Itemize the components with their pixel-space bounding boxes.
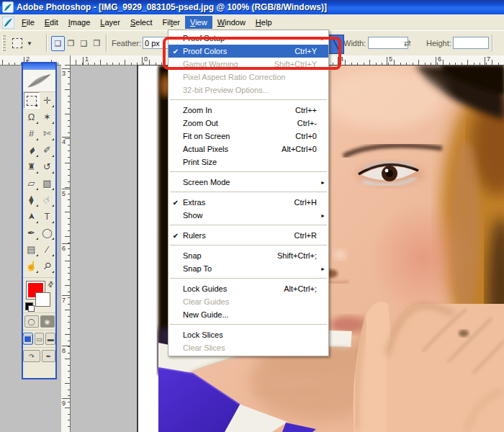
menu-item-zoom-out[interactable]: Zoom OutCtrl+- (168, 117, 328, 130)
ruler-tick (62, 137, 70, 138)
clone-stamp-tool[interactable]: ♜ (24, 158, 40, 175)
move-tool[interactable]: ✛ (40, 92, 55, 109)
standard-mode-button[interactable]: ◯ (24, 315, 39, 328)
menu-item-label: Clear Slices (183, 343, 328, 352)
menu-file[interactable]: File (17, 16, 40, 29)
pen-icon: ✒ (27, 228, 35, 238)
width-input[interactable] (368, 37, 408, 49)
menu-item-label: Zoom Out (183, 119, 297, 127)
ruler-tick (65, 285, 70, 286)
crop-tool[interactable]: # (24, 125, 40, 142)
slice-icon: ✄ (43, 128, 51, 139)
menu-item-rulers[interactable]: ✔RulersCtrl+R (168, 229, 328, 242)
menu-item-fit-on-screen[interactable]: Fit on ScreenCtrl+0 (168, 130, 328, 143)
ellipse-shape-tool[interactable]: ◯ (40, 225, 55, 241)
blur-tool[interactable]: ⧫ (24, 192, 40, 208)
add-to-selection-button[interactable]: ❐ (64, 36, 78, 51)
background-color-swatch[interactable] (35, 292, 50, 307)
intersect-selection-button[interactable]: ❒ (90, 36, 104, 51)
menu-item-label: Pixel Aspect Ratio Correction (183, 73, 328, 81)
menu-item-snap[interactable]: SnapShift+Ctrl+; (168, 249, 328, 262)
type-icon: T (45, 211, 50, 222)
magic-wand-tool[interactable]: ✶ (40, 109, 55, 125)
new-selection-button[interactable]: ❏ (51, 36, 65, 51)
menu-item-lock-slices[interactable]: Lock Slices (168, 328, 328, 341)
toolbox-title-bar[interactable] (23, 63, 55, 70)
lasso-tool[interactable]: Ω (24, 109, 40, 125)
default-colors-icon[interactable] (25, 302, 33, 310)
menu-item-new-guide-[interactable]: New Guide... (168, 308, 328, 321)
height-label: Height: (426, 39, 451, 48)
ruler-tick (65, 334, 70, 335)
ruler-tick (112, 63, 113, 65)
menu-shortcut: Alt+Ctrl+; (284, 284, 328, 293)
vertical-ruler[interactable]: 3456789 (61, 55, 71, 432)
ruler-tick (68, 230, 70, 231)
menu-item-clear-slices[interactable]: Clear Slices (168, 341, 328, 354)
smudge-tool[interactable]: ☞ (40, 192, 55, 208)
menu-item-label: Print Size (183, 158, 328, 166)
standard-screen-button[interactable] (23, 333, 33, 345)
fullscreen-button[interactable]: ▬ (45, 333, 55, 345)
ruler-tick (68, 267, 70, 268)
slice-tool[interactable]: ✄ (40, 125, 55, 142)
menu-items: FileEditImageLayerSelectFilterViewWindow… (17, 16, 277, 29)
fullscreen-menubar-button[interactable]: ▭ (35, 333, 45, 345)
swap-colors-icon[interactable]: ⇄ (45, 279, 55, 289)
rectangular-marquee-tool[interactable] (24, 92, 40, 109)
annotation-highlight-box (163, 37, 341, 70)
menu-item-snap-to[interactable]: Snap To► (168, 262, 328, 275)
options-bar-grip[interactable] (2, 35, 6, 51)
menu-image[interactable]: Image (63, 16, 96, 29)
menu-item-label: Snap (183, 251, 277, 260)
notes-tool[interactable]: ▤ (24, 241, 40, 258)
type-tool[interactable]: T (40, 208, 55, 225)
menu-item-pixel-aspect-ratio-correction[interactable]: Pixel Aspect Ratio Correction (168, 71, 328, 84)
ruler-tick (58, 63, 58, 65)
menu-item-extras[interactable]: ✔ExtrasCtrl+H (168, 196, 328, 209)
menu-help[interactable]: Help (251, 16, 277, 29)
quick-mask-button[interactable]: ◉ (40, 315, 55, 328)
zoom-tool[interactable]: ⚲ (40, 258, 55, 274)
menu-item-screen-mode[interactable]: Screen Mode► (168, 176, 328, 189)
menu-select[interactable]: Select (125, 16, 158, 29)
menu-edit[interactable]: Edit (40, 16, 63, 29)
ruler-tick (65, 187, 70, 188)
menu-window[interactable]: Window (212, 16, 251, 29)
swap-dimensions-icon[interactable]: ⇄ (404, 38, 411, 48)
subtract-selection-button[interactable]: ❑ (77, 36, 91, 51)
imageready-feather-icon[interactable]: ✒ (42, 350, 55, 362)
menu-item-lock-guides[interactable]: Lock GuidesAlt+Ctrl+; (168, 282, 328, 295)
path-selection-tool[interactable]: ➤ (24, 208, 40, 225)
menu-separator (170, 225, 327, 225)
menu-item-32-bit-preview-options-[interactable]: 32-bit Preview Options... (168, 84, 328, 96)
menu-item-label: Fit on Screen (183, 132, 295, 140)
menu-filter[interactable]: Filter (158, 16, 186, 29)
gradient-tool[interactable]: ▧ (40, 175, 55, 192)
height-input[interactable] (453, 37, 489, 49)
menu-item-show[interactable]: Show► (168, 209, 328, 222)
marquee-icon (27, 96, 37, 106)
menu-item-actual-pixels[interactable]: Actual PixelsAlt+Ctrl+0 (168, 143, 328, 156)
menu-item-print-size[interactable]: Print Size (168, 156, 328, 168)
brush-tool[interactable]: ✐ (40, 142, 55, 158)
history-brush-tool[interactable]: ↺ (40, 158, 55, 175)
ruler-tick (62, 295, 70, 296)
eraser-tool[interactable]: ▱ (24, 175, 40, 192)
menu-view[interactable]: View (185, 16, 212, 29)
screen-mode-buttons: ▭ ▬ (23, 330, 55, 347)
tool-preset-button[interactable]: ▼ (9, 35, 44, 52)
pen-tool[interactable]: ✒ (24, 225, 40, 241)
ruler-tick (68, 395, 70, 396)
menu-item-clear-guides[interactable]: Clear Guides (168, 295, 328, 308)
menu-layer[interactable]: Layer (95, 16, 125, 29)
ruler-tick (2, 60, 3, 65)
jump-arrow-icon[interactable]: ↷ (23, 350, 40, 362)
eyedropper-tool[interactable]: ∕ (40, 241, 55, 258)
menu-item-zoom-in[interactable]: Zoom InCtrl++ (168, 104, 328, 117)
ruler-tick (83, 57, 84, 65)
healing-brush-tool[interactable]: ▰ (24, 142, 40, 158)
hand-tool[interactable]: ☝ (24, 258, 40, 274)
ruler-tick (68, 126, 70, 127)
ruler-tick (65, 261, 70, 261)
